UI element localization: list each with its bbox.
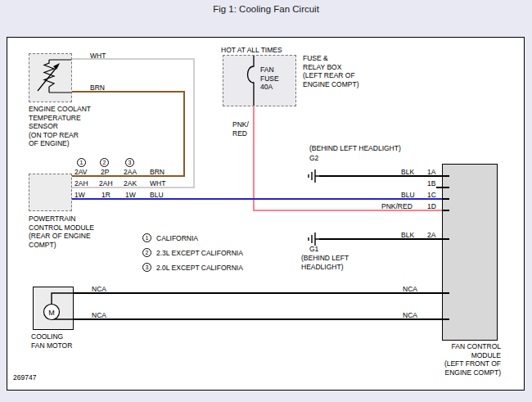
g2-name-label: G2 <box>309 154 318 163</box>
pin-1d-label: 1D <box>427 202 436 211</box>
fan-control-module-label-line: FAN CONTROL <box>368 342 501 351</box>
pcm-label-line: CONTROL MODULE <box>29 224 94 233</box>
pcm-wire-color: BRN <box>150 168 165 177</box>
pcm-box <box>29 174 72 211</box>
fuse-label-line: FUSE <box>260 75 279 84</box>
pcm-pin: 2AH <box>99 179 113 188</box>
pcm-pin: 2AK <box>124 179 137 188</box>
fan-control-module-label-line: ENGINE COMPT) <box>368 368 501 377</box>
module-pin-stub <box>443 292 449 294</box>
fuse-label-line: 40A <box>260 83 279 92</box>
pin-1c-wire-label: BLU <box>401 191 415 200</box>
fuse-icon <box>223 56 295 106</box>
g1-location-line: HEADLIGHT) <box>301 263 349 272</box>
pin-1a-label: 1A <box>427 168 435 177</box>
blk-wire-g2 <box>319 175 442 177</box>
g1-location-label: (BEHIND LEFT HEADLIGHT) <box>301 254 349 271</box>
g1-name-label: G1 <box>309 245 318 254</box>
brn-wire-top <box>72 91 185 93</box>
thermistor-icon <box>29 54 71 102</box>
g2-location-label: (BEHIND LEFT HEADLIGHT) <box>309 144 401 153</box>
motor-label: COOLING FAN MOTOR <box>31 332 72 350</box>
nca-label-bottom-right: NCA <box>403 311 417 320</box>
column-marker-2: 2 <box>100 158 109 167</box>
column-marker-3: 3 <box>125 158 134 167</box>
pin-2a-label: 2A <box>427 231 435 240</box>
pcm-label-line: POWERTRAIN <box>29 215 94 224</box>
pnk-red-wire-label-line: RED <box>232 129 249 138</box>
module-pin-stub <box>443 175 449 177</box>
figure-title: Fig 1: Cooling Fan Circuit <box>0 4 532 14</box>
module-pin-stub <box>443 238 449 240</box>
blu-wire <box>72 198 442 200</box>
pcm-pin: 2P <box>101 168 109 177</box>
brn-wire-vertical <box>183 91 185 177</box>
fuse-relay-box-label: FUSE & RELAY BOX (LEFT REAR OF ENGINE CO… <box>303 54 358 88</box>
wht-wire-top <box>72 58 195 60</box>
sensor-label-line: ENGINE COOLANT <box>29 105 91 114</box>
blk-wire-g1 <box>319 238 442 240</box>
module-pin-stub <box>443 210 449 211</box>
nca-wire-bottom <box>74 318 442 320</box>
fan-control-module-label: FAN CONTROL MODULE (LEFT FRONT OF ENGINE… <box>368 342 501 377</box>
pin-1a-wire-label: BLK <box>401 168 414 177</box>
nca-label-bottom-left: NCA <box>92 311 106 320</box>
fuse-relay-box-label-line: ENGINE COMPT) <box>303 80 358 89</box>
wht-wire-vertical <box>193 58 195 188</box>
fuse-relay-box <box>223 55 296 106</box>
module-pin-stub <box>443 187 449 188</box>
fuse-relay-box-label-line: FUSE & <box>303 54 358 63</box>
fan-control-module-box <box>442 164 498 341</box>
sensor-label-line: SENSOR <box>29 122 91 131</box>
pcm-wire-color: WHT <box>150 179 165 188</box>
legend-marker-2: 2 <box>142 248 151 257</box>
pnk-red-wire-horizontal <box>253 210 442 211</box>
pcm-label-line: COMPT) <box>29 241 94 250</box>
legend-text-2: 2.3L EXCEPT CALIFORNIA <box>156 249 243 258</box>
sensor-label-line: (ON TOP REAR <box>29 131 91 140</box>
nca-label-top-left: NCA <box>92 285 106 294</box>
module-pin-stub <box>443 318 449 320</box>
pnk-red-wire-vertical <box>253 106 255 211</box>
motor-symbol: M <box>48 309 55 317</box>
pin-1c-label: 1C <box>427 191 436 200</box>
motor-label-line: FAN MOTOR <box>31 341 72 350</box>
legend-text-3: 2.0L EXCEPT CALIFORNIA <box>156 264 243 273</box>
nca-label-top-right: NCA <box>403 285 417 294</box>
pin-1d-wire-label: PNK/RED <box>381 202 413 211</box>
column-marker-1: 1 <box>77 158 86 167</box>
pcm-pin: 2AV <box>74 168 87 177</box>
coolant-temp-sensor-box <box>29 53 72 102</box>
sensor-label-line: OF ENGINE) <box>29 139 91 148</box>
pcm-label: POWERTRAIN CONTROL MODULE (REAR OF ENGIN… <box>29 215 94 249</box>
fuse-relay-box-label-line: (LEFT REAR OF <box>303 71 358 80</box>
motor-icon: M <box>34 287 73 329</box>
pcm-label-line: (REAR OF ENGINE <box>29 232 94 241</box>
fuse-label: FAN FUSE 40A <box>260 65 279 92</box>
fuse-label-line: FAN <box>260 65 279 75</box>
hot-at-all-times-label: HOT AT ALL TIMES <box>221 46 282 55</box>
pin-1b-label: 1B <box>427 179 435 188</box>
nca-wire-top <box>74 292 442 294</box>
pcm-pin: 2AA <box>124 168 137 177</box>
pnk-red-wire-label-line: PNK/ <box>232 120 249 129</box>
g1-location-line: (BEHIND LEFT <box>301 254 349 263</box>
sensor-label-line: TEMPERATURE <box>29 114 91 123</box>
diagram-id: 269747 <box>13 373 36 382</box>
fuse-relay-box-label-line: RELAY BOX <box>303 63 358 72</box>
legend-marker-1: 1 <box>142 233 151 242</box>
pcm-pin: 2AH <box>74 179 88 188</box>
page: Fig 1: Cooling Fan Circuit WHT BRN ENGIN… <box>0 0 532 402</box>
pin-1b-stub-wire <box>436 187 442 188</box>
pin-2a-wire-label: BLK <box>401 231 414 240</box>
module-pin-stub <box>443 198 449 200</box>
cooling-fan-motor-box: M <box>33 287 74 330</box>
pnk-red-wire-label: PNK/ RED <box>232 120 249 138</box>
fan-control-module-label-line: MODULE <box>368 351 501 360</box>
fan-control-module-label-line: (LEFT FRONT OF <box>368 359 501 368</box>
motor-label-line: COOLING <box>31 332 72 341</box>
legend-text-1: CALIFORNIA <box>156 234 198 243</box>
sensor-label: ENGINE COOLANT TEMPERATURE SENSOR (ON TO… <box>29 105 91 148</box>
legend-marker-3: 3 <box>142 263 151 272</box>
